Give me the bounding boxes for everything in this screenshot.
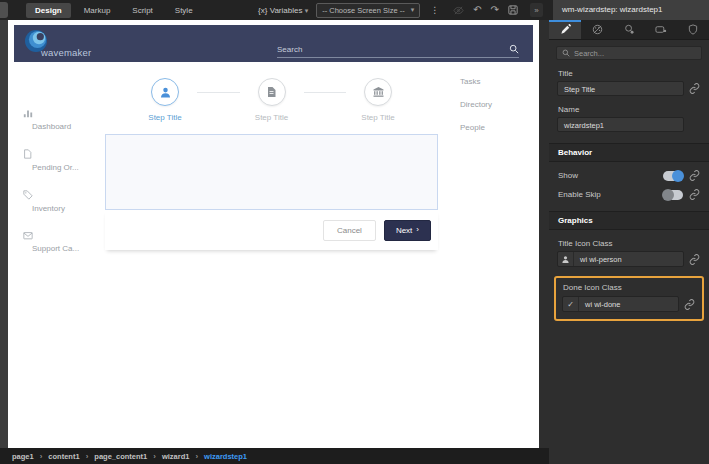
tab-design[interactable]: Design <box>26 3 71 18</box>
properties-panel: Search... Title Step Title Name wizardst… <box>549 20 709 464</box>
bind-link-icon[interactable] <box>684 299 696 310</box>
app-header: wavemaker Search <box>14 25 533 62</box>
left-edge-strip <box>0 20 8 448</box>
graphics-section-header: Graphics <box>549 211 709 230</box>
search-icon <box>509 44 519 54</box>
nav-item-pending-orders[interactable]: Pending Or... <box>23 149 111 190</box>
done-icon-class-label: Done Icon Class <box>563 283 695 292</box>
camera-icon <box>655 25 667 34</box>
search-gear-icon <box>624 24 635 35</box>
breadcrumb-wizard1[interactable]: wizard1 <box>162 452 190 461</box>
title-icon-class-field[interactable]: wi wi-person <box>557 251 684 267</box>
chevron-right-icon: › <box>153 452 156 461</box>
step-label: Step Title <box>148 113 181 122</box>
save-icon[interactable] <box>508 5 518 15</box>
screen-size-select[interactable]: -- Choose Screen Size -- ▾ <box>316 3 420 18</box>
file-icon <box>23 149 111 159</box>
step-circle <box>364 78 392 106</box>
step-label: Step Title <box>361 113 394 122</box>
bind-link-icon[interactable] <box>689 189 701 200</box>
nav-item-label: Pending Or... <box>32 163 111 172</box>
search-icon <box>562 49 570 57</box>
tab-security[interactable] <box>677 20 709 39</box>
redo-icon[interactable]: ↷ <box>491 5 499 15</box>
chevron-right-icon: › <box>40 452 43 461</box>
name-field[interactable]: wizardstep1 <box>557 117 684 132</box>
document-icon <box>266 86 277 98</box>
wizard-step-1[interactable]: Step Title <box>133 78 197 122</box>
nav-item-label: Dashboard <box>32 122 111 131</box>
preview-eye-off-icon[interactable] <box>453 5 464 16</box>
property-search-placeholder: Search... <box>574 49 604 58</box>
step-circle <box>258 78 286 106</box>
collapsed-panel-handle[interactable] <box>0 2 8 18</box>
palette-icon <box>592 24 603 35</box>
kebab-menu-icon[interactable]: ⋮ <box>428 6 441 15</box>
list-item-tasks[interactable]: Tasks <box>460 77 540 100</box>
name-field-label: Name <box>558 105 700 114</box>
bind-link-icon[interactable] <box>689 83 701 94</box>
cancel-button[interactable]: Cancel <box>323 220 376 241</box>
inspector-tabs <box>549 20 709 40</box>
tab-styles[interactable] <box>581 20 613 39</box>
breadcrumb-content1[interactable]: content1 <box>48 452 79 461</box>
bar-chart-icon <box>23 108 111 118</box>
list-item-people[interactable]: People <box>460 123 540 146</box>
tab-script[interactable]: Script <box>123 3 161 18</box>
nav-item-support[interactable]: Support Ca... <box>23 231 111 272</box>
done-icon-class-field[interactable]: ✓ wi wi-done <box>562 296 679 312</box>
breadcrumb-page1[interactable]: page1 <box>12 452 34 461</box>
list-item-directory[interactable]: Directory <box>460 100 540 123</box>
nav-item-label: Inventory <box>32 204 111 213</box>
nav-item-inventory[interactable]: Inventory <box>23 190 111 231</box>
step-label: Step Title <box>255 113 288 122</box>
tab-events[interactable] <box>613 20 645 39</box>
show-toggle-label: Show <box>558 171 657 180</box>
step-connector <box>304 92 347 93</box>
next-button[interactable]: Next › <box>384 220 431 241</box>
wizard-step-2[interactable]: Step Title <box>240 78 304 122</box>
done-icon-class-highlight: Done Icon Class ✓ wi wi-done <box>554 276 704 321</box>
breadcrumb-wizardstep1[interactable]: wizardstep1 <box>204 452 247 461</box>
undo-icon[interactable]: ↶ <box>473 5 481 15</box>
bind-link-icon[interactable] <box>689 170 701 181</box>
app-search-field[interactable]: Search <box>277 44 519 58</box>
enable-skip-toggle[interactable] <box>663 190 683 200</box>
show-toggle[interactable] <box>663 171 683 181</box>
variables-menu[interactable]: {x} Variables ▾ <box>258 6 308 15</box>
pencil-icon <box>560 24 571 35</box>
shield-icon <box>688 24 698 35</box>
title-field-label: Title <box>558 69 700 78</box>
toolbar-action-icons: ↶ ↷ <box>449 5 522 16</box>
person-icon <box>558 252 574 266</box>
mail-icon <box>23 231 111 240</box>
title-field[interactable]: Step Title <box>557 81 684 96</box>
mode-tabs: Design Markup Script Style <box>26 3 202 18</box>
wizard-step-content[interactable] <box>105 134 438 210</box>
tab-markup[interactable]: Markup <box>75 3 120 18</box>
tab-style[interactable]: Style <box>166 3 202 18</box>
chevron-right-icon: › <box>416 226 419 234</box>
step-circle <box>151 78 179 106</box>
app-side-nav: Dashboard Pending Or... Inventory Suppor… <box>23 108 111 272</box>
wizard-step-3[interactable]: Step Title <box>346 78 410 122</box>
tag-icon <box>23 190 111 200</box>
panel-expand-button[interactable]: » <box>530 3 543 17</box>
step-connector <box>197 92 240 93</box>
ide-toolbar: Design Markup Script Style {x} Variables… <box>0 0 709 20</box>
bind-link-icon[interactable] <box>689 254 701 265</box>
property-search-input[interactable]: Search... <box>556 46 702 60</box>
chevron-down-icon: ▾ <box>305 7 309 14</box>
toolbar-right-controls: {x} Variables ▾ -- Choose Screen Size --… <box>258 0 709 20</box>
breadcrumb-page-content1[interactable]: page_content1 <box>94 452 147 461</box>
wizard-steps: Step Title Step Title Step Title <box>105 78 438 122</box>
tab-properties[interactable] <box>549 20 581 39</box>
bank-icon <box>372 86 385 98</box>
person-icon <box>159 86 172 99</box>
title-icon-class-label: Title Icon Class <box>558 239 700 248</box>
tab-device[interactable] <box>645 20 677 39</box>
title-icon-class-value: wi wi-person <box>574 255 628 264</box>
nav-item-dashboard[interactable]: Dashboard <box>23 108 111 149</box>
app-search-placeholder: Search <box>277 45 302 54</box>
variables-label: {x} Variables <box>258 6 302 15</box>
